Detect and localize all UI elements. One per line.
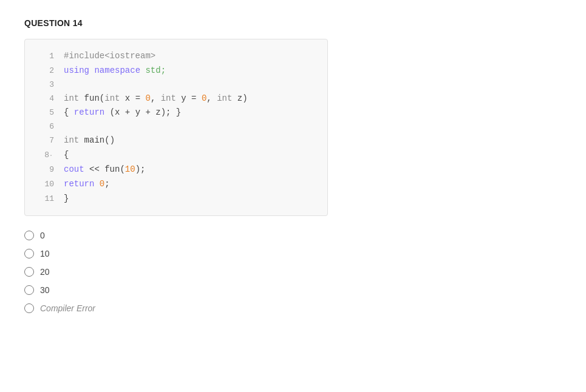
line-content: } <box>64 192 69 206</box>
code-token: int <box>64 135 79 145</box>
line-content: #include<iostream> <box>64 49 155 64</box>
option-label: 10 <box>40 249 50 259</box>
question-container: QUESTION 14 1#include<iostream>2using na… <box>24 18 562 313</box>
line-number: 7 <box>37 134 54 147</box>
line-dot: · <box>49 152 53 159</box>
code-token: x = <box>120 93 145 103</box>
code-line: 2using namespace std; <box>37 64 315 78</box>
code-line: 11} <box>37 192 315 206</box>
code-token <box>94 179 99 189</box>
line-number: 1 <box>37 50 54 63</box>
code-line: 6 <box>37 120 315 133</box>
option-item[interactable]: Compiler Error <box>24 303 562 313</box>
line-number: 10 <box>37 178 54 191</box>
code-token: cout <box>64 164 84 174</box>
option-label: Compiler Error <box>40 303 95 313</box>
code-line: 1#include<iostream> <box>37 49 315 64</box>
code-line: 7int main() <box>37 133 315 148</box>
option-radio[interactable] <box>24 285 34 295</box>
code-token: ; <box>104 179 109 189</box>
code-block: 1#include<iostream>2using namespace std;… <box>24 39 328 216</box>
code-token: using <box>64 66 89 75</box>
code-token: , <box>206 93 217 103</box>
code-token: fun( <box>79 93 104 103</box>
option-radio[interactable] <box>24 231 34 240</box>
code-line: 3 <box>37 78 315 92</box>
option-label: 0 <box>40 231 45 240</box>
option-label: 20 <box>40 267 50 277</box>
line-number: 11 <box>37 192 54 206</box>
line-number: 3 <box>37 78 54 92</box>
code-token: 0 <box>145 93 150 103</box>
code-token: , <box>151 93 161 103</box>
option-label: 30 <box>40 285 50 295</box>
line-number: 5 <box>37 106 54 120</box>
line-content: return 0; <box>64 177 110 192</box>
code-token: { <box>64 150 69 160</box>
option-item[interactable]: 30 <box>24 285 562 295</box>
code-token: << fun( <box>84 164 125 174</box>
code-token: } <box>64 194 69 203</box>
options-list: 0102030Compiler Error <box>24 231 562 313</box>
line-number: 8· <box>37 149 54 162</box>
line-content: int fun(int x = 0, int y = 0, int z) <box>64 92 248 106</box>
option-radio[interactable] <box>24 303 34 313</box>
line-number: 6 <box>37 120 54 133</box>
code-line: 10 return 0; <box>37 177 315 192</box>
code-token: { <box>64 107 74 117</box>
code-line: 8·{ <box>37 148 315 163</box>
line-content: { <box>64 148 69 163</box>
code-token: #include<iostream> <box>64 51 155 61</box>
code-token: 0 <box>100 179 104 189</box>
code-token: main() <box>79 135 115 145</box>
code-token: int <box>64 93 79 103</box>
option-radio[interactable] <box>24 267 34 277</box>
option-item[interactable]: 20 <box>24 267 562 277</box>
code-token: 10 <box>125 164 135 174</box>
question-title: QUESTION 14 <box>24 18 562 28</box>
line-number: 2 <box>37 64 54 78</box>
code-token: int <box>104 93 120 103</box>
code-token: std; <box>140 66 166 75</box>
code-token: z) <box>232 93 247 103</box>
code-line: 5{ return (x + y + z); } <box>37 106 315 120</box>
code-token: return <box>64 179 94 189</box>
code-token: namespace <box>94 66 140 75</box>
line-content: int main() <box>64 133 115 148</box>
line-content: { return (x + y + z); } <box>64 106 181 120</box>
code-token: int <box>217 93 232 103</box>
option-item[interactable]: 0 <box>24 231 562 240</box>
line-content: using namespace std; <box>64 64 166 78</box>
code-token: y = <box>176 93 202 103</box>
code-token: (x + y + z); } <box>104 107 181 117</box>
line-number: 4 <box>37 92 54 106</box>
code-line: 9 cout << fun(10); <box>37 163 315 177</box>
code-line: 4int fun(int x = 0, int y = 0, int z) <box>37 92 315 106</box>
code-token: ); <box>135 164 146 174</box>
option-item[interactable]: 10 <box>24 249 562 259</box>
code-token: return <box>74 107 104 117</box>
option-radio[interactable] <box>24 249 34 259</box>
code-token: int <box>161 93 176 103</box>
line-number: 9 <box>37 163 54 177</box>
line-content: cout << fun(10); <box>64 163 145 177</box>
